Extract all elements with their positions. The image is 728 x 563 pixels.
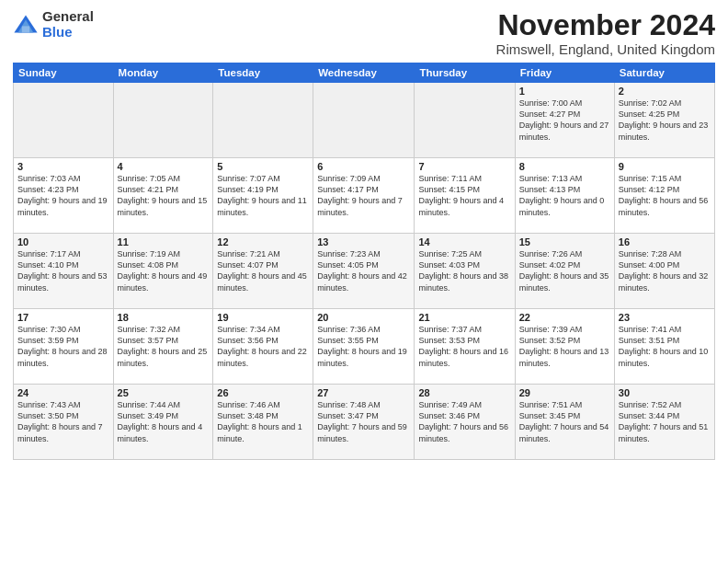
day-info: Sunrise: 7:39 AM Sunset: 3:52 PM Dayligh… <box>519 324 610 369</box>
day-number: 25 <box>118 387 210 398</box>
day-info: Sunrise: 7:51 AM Sunset: 3:45 PM Dayligh… <box>519 399 610 444</box>
day-number: 14 <box>418 236 510 247</box>
table-row: 2Sunrise: 7:02 AM Sunset: 4:25 PM Daylig… <box>614 83 714 158</box>
calendar-header-row: Sunday Monday Tuesday Wednesday Thursday… <box>14 63 715 83</box>
logo-general: General <box>42 9 94 25</box>
day-info: Sunrise: 7:43 AM Sunset: 3:50 PM Dayligh… <box>17 399 109 444</box>
table-row: 29Sunrise: 7:51 AM Sunset: 3:45 PM Dayli… <box>515 385 614 460</box>
col-saturday: Saturday <box>614 63 714 83</box>
day-number: 4 <box>118 161 210 172</box>
col-thursday: Thursday <box>415 63 515 83</box>
day-info: Sunrise: 7:52 AM Sunset: 3:44 PM Dayligh… <box>619 399 711 444</box>
col-friday: Friday <box>515 63 614 83</box>
table-row: 14Sunrise: 7:25 AM Sunset: 4:03 PM Dayli… <box>415 234 515 309</box>
day-number: 13 <box>317 236 410 247</box>
day-number: 28 <box>418 387 510 398</box>
table-row: 5Sunrise: 7:07 AM Sunset: 4:19 PM Daylig… <box>213 158 313 234</box>
table-row: 20Sunrise: 7:36 AM Sunset: 3:55 PM Dayli… <box>313 309 415 385</box>
table-row <box>213 83 313 158</box>
day-number: 27 <box>317 387 410 398</box>
day-info: Sunrise: 7:44 AM Sunset: 3:49 PM Dayligh… <box>118 399 210 444</box>
day-number: 20 <box>317 312 410 323</box>
table-row: 3Sunrise: 7:03 AM Sunset: 4:23 PM Daylig… <box>14 158 114 234</box>
table-row: 13Sunrise: 7:23 AM Sunset: 4:05 PM Dayli… <box>313 234 415 309</box>
table-row: 21Sunrise: 7:37 AM Sunset: 3:53 PM Dayli… <box>415 309 515 385</box>
day-number: 21 <box>418 312 510 323</box>
day-number: 17 <box>17 312 109 323</box>
title-month: November 2024 <box>496 9 715 41</box>
table-row: 19Sunrise: 7:34 AM Sunset: 3:56 PM Dayli… <box>213 309 313 385</box>
calendar-week-row: 1Sunrise: 7:00 AM Sunset: 4:27 PM Daylig… <box>14 83 715 158</box>
calendar-week-row: 3Sunrise: 7:03 AM Sunset: 4:23 PM Daylig… <box>14 158 715 234</box>
day-number: 12 <box>217 236 309 247</box>
day-number: 1 <box>519 86 610 97</box>
day-number: 19 <box>217 312 309 323</box>
table-row <box>14 83 114 158</box>
calendar-week-row: 17Sunrise: 7:30 AM Sunset: 3:59 PM Dayli… <box>14 309 715 385</box>
table-row: 28Sunrise: 7:49 AM Sunset: 3:46 PM Dayli… <box>415 385 515 460</box>
day-info: Sunrise: 7:03 AM Sunset: 4:23 PM Dayligh… <box>17 173 109 218</box>
day-number: 2 <box>619 86 711 97</box>
col-sunday: Sunday <box>14 63 114 83</box>
table-row <box>313 83 415 158</box>
day-number: 5 <box>217 161 309 172</box>
calendar-week-row: 24Sunrise: 7:43 AM Sunset: 3:50 PM Dayli… <box>14 385 715 460</box>
day-number: 18 <box>118 312 210 323</box>
day-info: Sunrise: 7:05 AM Sunset: 4:21 PM Dayligh… <box>118 173 210 218</box>
day-info: Sunrise: 7:21 AM Sunset: 4:07 PM Dayligh… <box>217 248 309 293</box>
day-info: Sunrise: 7:00 AM Sunset: 4:27 PM Dayligh… <box>519 98 610 143</box>
day-info: Sunrise: 7:32 AM Sunset: 3:57 PM Dayligh… <box>118 324 210 369</box>
table-row: 25Sunrise: 7:44 AM Sunset: 3:49 PM Dayli… <box>113 385 213 460</box>
day-number: 8 <box>519 161 610 172</box>
table-row: 1Sunrise: 7:00 AM Sunset: 4:27 PM Daylig… <box>515 83 614 158</box>
day-info: Sunrise: 7:30 AM Sunset: 3:59 PM Dayligh… <box>17 324 109 369</box>
table-row: 10Sunrise: 7:17 AM Sunset: 4:10 PM Dayli… <box>14 234 114 309</box>
page: General Blue November 2024 Rimswell, Eng… <box>0 0 728 563</box>
logo: General Blue <box>13 9 94 40</box>
day-info: Sunrise: 7:07 AM Sunset: 4:19 PM Dayligh… <box>217 173 309 218</box>
logo-text: General Blue <box>42 9 94 40</box>
table-row: 26Sunrise: 7:46 AM Sunset: 3:48 PM Dayli… <box>213 385 313 460</box>
day-number: 22 <box>519 312 610 323</box>
day-info: Sunrise: 7:41 AM Sunset: 3:51 PM Dayligh… <box>619 324 711 369</box>
day-number: 7 <box>418 161 510 172</box>
day-number: 15 <box>519 236 610 247</box>
table-row: 15Sunrise: 7:26 AM Sunset: 4:02 PM Dayli… <box>515 234 614 309</box>
title-location: Rimswell, England, United Kingdom <box>496 41 715 57</box>
day-number: 16 <box>619 236 711 247</box>
table-row: 4Sunrise: 7:05 AM Sunset: 4:21 PM Daylig… <box>113 158 213 234</box>
day-info: Sunrise: 7:48 AM Sunset: 3:47 PM Dayligh… <box>317 399 410 444</box>
day-info: Sunrise: 7:02 AM Sunset: 4:25 PM Dayligh… <box>619 98 711 143</box>
day-info: Sunrise: 7:13 AM Sunset: 4:13 PM Dayligh… <box>519 173 610 218</box>
svg-rect-2 <box>22 26 29 32</box>
day-info: Sunrise: 7:09 AM Sunset: 4:17 PM Dayligh… <box>317 173 410 218</box>
day-info: Sunrise: 7:36 AM Sunset: 3:55 PM Dayligh… <box>317 324 410 369</box>
day-info: Sunrise: 7:17 AM Sunset: 4:10 PM Dayligh… <box>17 248 109 293</box>
day-number: 26 <box>217 387 309 398</box>
day-number: 23 <box>619 312 711 323</box>
table-row: 7Sunrise: 7:11 AM Sunset: 4:15 PM Daylig… <box>415 158 515 234</box>
day-number: 6 <box>317 161 410 172</box>
day-info: Sunrise: 7:49 AM Sunset: 3:46 PM Dayligh… <box>418 399 510 444</box>
day-number: 10 <box>17 236 109 247</box>
day-info: Sunrise: 7:26 AM Sunset: 4:02 PM Dayligh… <box>519 248 610 293</box>
table-row: 9Sunrise: 7:15 AM Sunset: 4:12 PM Daylig… <box>614 158 714 234</box>
table-row: 6Sunrise: 7:09 AM Sunset: 4:17 PM Daylig… <box>313 158 415 234</box>
table-row: 12Sunrise: 7:21 AM Sunset: 4:07 PM Dayli… <box>213 234 313 309</box>
day-number: 9 <box>619 161 711 172</box>
logo-icon <box>13 12 39 38</box>
day-info: Sunrise: 7:37 AM Sunset: 3:53 PM Dayligh… <box>418 324 510 369</box>
table-row: 16Sunrise: 7:28 AM Sunset: 4:00 PM Dayli… <box>614 234 714 309</box>
table-row: 30Sunrise: 7:52 AM Sunset: 3:44 PM Dayli… <box>614 385 714 460</box>
day-info: Sunrise: 7:15 AM Sunset: 4:12 PM Dayligh… <box>619 173 711 218</box>
table-row: 27Sunrise: 7:48 AM Sunset: 3:47 PM Dayli… <box>313 385 415 460</box>
day-info: Sunrise: 7:28 AM Sunset: 4:00 PM Dayligh… <box>619 248 711 293</box>
day-info: Sunrise: 7:11 AM Sunset: 4:15 PM Dayligh… <box>418 173 510 218</box>
table-row: 11Sunrise: 7:19 AM Sunset: 4:08 PM Dayli… <box>113 234 213 309</box>
day-info: Sunrise: 7:23 AM Sunset: 4:05 PM Dayligh… <box>317 248 410 293</box>
day-info: Sunrise: 7:19 AM Sunset: 4:08 PM Dayligh… <box>118 248 210 293</box>
table-row <box>415 83 515 158</box>
table-row: 24Sunrise: 7:43 AM Sunset: 3:50 PM Dayli… <box>14 385 114 460</box>
table-row: 18Sunrise: 7:32 AM Sunset: 3:57 PM Dayli… <box>113 309 213 385</box>
table-row: 17Sunrise: 7:30 AM Sunset: 3:59 PM Dayli… <box>14 309 114 385</box>
